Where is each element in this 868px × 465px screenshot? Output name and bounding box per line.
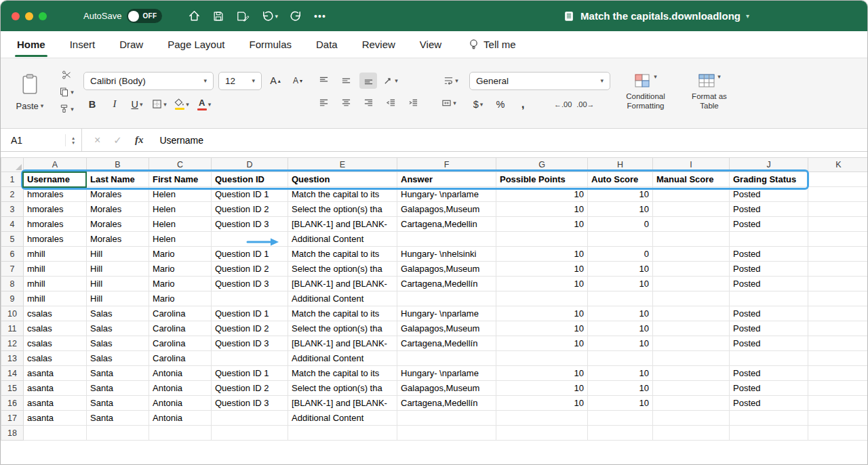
cell-I1[interactable]: Manual Score [653, 172, 730, 187]
cell-H18[interactable] [588, 426, 653, 441]
cell-H9[interactable] [588, 291, 653, 306]
select-all-corner[interactable] [1, 158, 24, 172]
cell-F16[interactable]: Cartagena,Medellín [397, 396, 496, 411]
column-header-I[interactable]: I [653, 158, 730, 172]
cell-G6[interactable]: 10 [496, 247, 588, 262]
cell-H10[interactable]: 10 [588, 306, 653, 321]
cell-H13[interactable] [588, 351, 653, 366]
cell-C14[interactable]: Antonia [149, 366, 212, 381]
fill-color-button[interactable]: ▾ [173, 96, 191, 113]
comma-format-button[interactable]: , [514, 96, 532, 113]
cell-C11[interactable]: Carolina [149, 321, 212, 336]
row-header-4[interactable]: 4 [1, 217, 24, 232]
cell-D15[interactable]: Question ID 2 [212, 381, 288, 396]
cell-C4[interactable]: Helen [149, 217, 212, 232]
cell-J10[interactable]: Posted [730, 306, 808, 321]
cell-J3[interactable]: Posted [730, 202, 808, 217]
borders-button[interactable]: ▾ [151, 96, 168, 113]
cell-I6[interactable] [653, 247, 730, 262]
cell-I13[interactable] [653, 351, 730, 366]
cell-B13[interactable]: Salas [87, 351, 149, 366]
cell-C9[interactable]: Mario [149, 291, 212, 306]
cell-A13[interactable]: csalas [24, 351, 87, 366]
cell-E2[interactable]: Match the capital to its [288, 187, 397, 202]
row-header-2[interactable]: 2 [1, 187, 24, 202]
decrease-font-size-button[interactable]: A▾ [289, 73, 307, 89]
font-name-select[interactable]: Calibri (Body) ▾ [83, 72, 214, 90]
tab-view[interactable]: View [420, 39, 441, 50]
cell-I16[interactable] [653, 396, 730, 411]
cell-C2[interactable]: Helen [149, 187, 212, 202]
cell-B11[interactable]: Salas [87, 321, 149, 336]
cell-H3[interactable]: 10 [588, 202, 653, 217]
top-align-button[interactable] [315, 73, 332, 89]
cell-K4[interactable] [808, 217, 868, 232]
cell-B14[interactable]: Santa [87, 366, 149, 381]
cell-K17[interactable] [808, 411, 868, 426]
cell-D13[interactable] [212, 351, 288, 366]
orientation-button[interactable]: ▾ [382, 73, 399, 89]
cell-D4[interactable]: Question ID 3 [212, 217, 288, 232]
cell-K12[interactable] [808, 336, 868, 351]
confirm-entry-icon[interactable]: ✓ [113, 134, 122, 146]
row-header-6[interactable]: 6 [1, 247, 24, 262]
cell-F3[interactable]: Galapagos,Museum [397, 202, 496, 217]
cell-G13[interactable] [496, 351, 588, 366]
cell-C16[interactable]: Antonia [149, 396, 212, 411]
cell-A18[interactable] [24, 426, 87, 441]
document-title-group[interactable]: Match the capitals.downloadlong ▾ [563, 10, 749, 22]
cell-D3[interactable]: Question ID 2 [212, 202, 288, 217]
increase-indent-button[interactable] [404, 95, 422, 111]
row-header-14[interactable]: 14 [1, 366, 24, 381]
percent-format-button[interactable]: % [492, 96, 509, 113]
cell-C10[interactable]: Carolina [149, 306, 212, 321]
cell-E9[interactable]: Additional Content [288, 291, 397, 306]
name-box-stepper[interactable]: ▴ ▾ [65, 134, 76, 146]
zoom-button[interactable] [39, 12, 47, 20]
cell-C12[interactable]: Carolina [149, 336, 212, 351]
decrease-indent-button[interactable] [382, 95, 399, 111]
cell-A2[interactable]: hmorales [24, 187, 87, 202]
cell-E4[interactable]: [BLANK-1] and [BLANK- [288, 217, 397, 232]
format-as-table-button[interactable]: ▾ Format as Table [684, 73, 735, 111]
minimize-button[interactable] [25, 12, 33, 20]
cell-H5[interactable] [588, 232, 653, 247]
row-header-5[interactable]: 5 [1, 232, 24, 247]
cell-C18[interactable] [149, 426, 212, 441]
font-color-button[interactable]: A ▾ [195, 96, 213, 113]
cell-D1[interactable]: Question ID [212, 172, 288, 187]
cell-I15[interactable] [653, 381, 730, 396]
cell-E8[interactable]: [BLANK-1] and [BLANK- [288, 277, 397, 291]
cell-B4[interactable]: Morales [87, 217, 149, 232]
row-header-7[interactable]: 7 [1, 262, 24, 277]
cell-B18[interactable] [87, 426, 149, 441]
save-as-icon[interactable] [236, 10, 250, 22]
row-header-11[interactable]: 11 [1, 321, 24, 336]
cell-I9[interactable] [653, 291, 730, 306]
cell-G4[interactable]: 10 [496, 217, 588, 232]
cell-D8[interactable]: Question ID 3 [212, 277, 288, 291]
increase-font-size-button[interactable]: A▴ [267, 73, 284, 89]
cell-F10[interactable]: Hungary- \nparlame [397, 306, 496, 321]
cell-A11[interactable]: csalas [24, 321, 87, 336]
cell-G18[interactable] [496, 426, 588, 441]
cell-D2[interactable]: Question ID 1 [212, 187, 288, 202]
cell-A7[interactable]: mhill [24, 262, 87, 277]
cell-B7[interactable]: Hill [87, 262, 149, 277]
cell-B16[interactable]: Santa [87, 396, 149, 411]
cell-D14[interactable]: Question ID 1 [212, 366, 288, 381]
cell-B2[interactable]: Morales [87, 187, 149, 202]
cell-D5[interactable] [212, 232, 288, 247]
column-header-J[interactable]: J [730, 158, 808, 172]
cell-F9[interactable] [397, 291, 496, 306]
wrap-text-button[interactable]: ▾ [442, 73, 460, 89]
decrease-decimal-button[interactable]: .00→ [576, 96, 594, 113]
cell-F6[interactable]: Hungary- \nhelsinki [397, 247, 496, 262]
cell-J9[interactable] [730, 291, 808, 306]
cell-H17[interactable] [588, 411, 653, 426]
cell-C5[interactable]: Helen [149, 232, 212, 247]
cell-A14[interactable]: asanta [24, 366, 87, 381]
cell-D18[interactable] [212, 426, 288, 441]
cell-K3[interactable] [808, 202, 868, 217]
close-button[interactable] [12, 12, 20, 20]
